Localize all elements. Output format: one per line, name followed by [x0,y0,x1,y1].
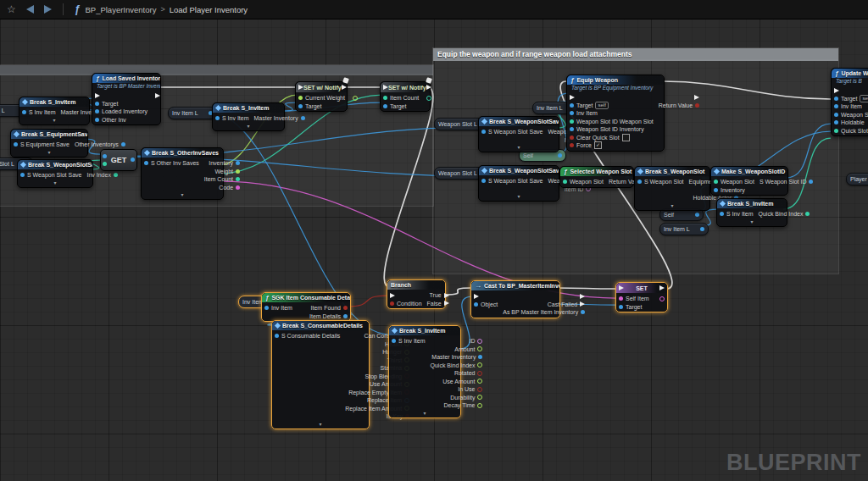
inventory-pin[interactable] [714,188,718,192]
target-pin[interactable] [383,104,387,108]
break-invitem-2[interactable]: Break S_InvItemS Inv ItemMaster Inventor… [212,102,285,131]
back-arrow-icon[interactable] [26,5,34,14]
get-output-pin[interactable] [131,158,135,162]
break-weaponslot-header[interactable]: Break S_WeaponSlot [635,167,709,176]
branch[interactable]: BranchConditionTrueFalse [387,279,446,309]
pill-self-1-output-pin[interactable] [558,153,562,158]
pin-pin[interactable] [353,96,358,101]
break-invitem-1-expander[interactable]: ▾ [19,118,89,124]
exec-out-pin[interactable] [342,85,347,90]
self-item-pin[interactable] [619,296,623,301]
quick-bind-index-pin[interactable] [477,362,482,368]
s-weapon-slot-save-pin[interactable] [481,179,486,183]
code-pin[interactable] [236,185,240,190]
set-selfitem-header[interactable]: SET [616,283,667,293]
other-inventorys-pin[interactable] [121,142,125,147]
break-wss-1-expander[interactable]: ▾ [479,145,559,152]
s-consumable-details-pin[interactable] [275,334,279,338]
in-use-pin[interactable] [477,387,482,392]
master-inventory-pin[interactable] [478,355,482,359]
pin-pin[interactable] [474,294,479,299]
set-notify-count[interactable]: SET w/ NotifyItem CountTarget [380,81,431,112]
break-weaponslotsave-left[interactable]: Break S_WeaponSlotSaveS Weapon Slot Save… [17,159,93,188]
selected-weapon-slot[interactable]: ƒSelected Weapon SlotWeapon SlotReturn V… [559,166,634,188]
weapon-slot-pin[interactable] [714,180,718,184]
force-checkbox[interactable]: ✓ [594,141,602,149]
self-reference-chip[interactable]: self [860,95,868,102]
item-details-pin[interactable] [343,314,348,318]
equip-weapon[interactable]: ƒEquip WeaponTarget is BP Equipment Inve… [566,75,665,152]
break-invitem-4[interactable]: Break S_InvItemS Inv ItemIDAmountMaster … [388,325,461,418]
sgk-consumable[interactable]: ƒSGK Item Consumable DetailsInv ItemItem… [261,292,351,322]
s-inv-item-pin[interactable] [215,116,220,120]
target-pin[interactable] [834,97,838,101]
s-weapon-slot-pin[interactable] [637,180,642,184]
selected-weapon-slot-header[interactable]: ƒSelected Weapon Slot [560,167,633,176]
weapon-slot-id-inventory-pin[interactable] [570,127,574,131]
break-invitem-3-expander[interactable]: ▾ [717,219,787,226]
break-otherinvsaves[interactable]: Break S_OtherInvSavesS Other Inv SavesIn… [141,147,224,200]
s-inv-item-pin[interactable] [720,212,724,216]
s-other-inv-saves-pin[interactable] [144,161,148,165]
weapon-slot-pin[interactable] [563,180,567,184]
exec-in-pin[interactable] [619,285,624,290]
clear-quick-slot-pin[interactable] [570,135,574,140]
break-otherinvsaves-expander[interactable]: ▾ [142,192,223,199]
inventory-pin[interactable] [236,161,240,165]
break-invitem-4-expander[interactable]: ▾ [389,411,460,417]
true-pin[interactable] [444,293,449,298]
update-weapon-header[interactable]: ƒUpdate Wea [832,69,868,78]
set-notify-weight[interactable]: SET w/ NotifyCurrent WeightTarget [295,81,348,112]
break-invitem-3[interactable]: Break S_InvItemS Inv ItemQuick Bind Inde… [716,198,787,227]
break-weaponslotsave-left-header[interactable]: Break S_WeaponSlotSave [18,160,92,169]
load-saved-inventory-header[interactable]: ƒLoad Saved Inventory [92,74,160,83]
make-weaponslotid-header[interactable]: Make S_WeaponSlotID [711,167,787,176]
self-reference-chip[interactable]: self [595,102,608,109]
break-invitem-4-header[interactable]: Break S_InvItem [389,326,460,335]
quick-slot-pin[interactable] [834,129,838,133]
condition-pin[interactable] [390,301,394,306]
update-weapon[interactable]: ƒUpdate WeaTarget is BTargetselfInv Item… [831,68,868,136]
break-wss-1-header[interactable]: Break S_WeaponSlotSave [479,117,559,126]
quick-bind-index-pin[interactable] [805,212,810,216]
pill-invitem-c-output-pin[interactable] [700,227,704,231]
break-weaponslot-expander[interactable]: ▾ [635,203,709,210]
sgk-consumable-header[interactable]: ƒSGK Item Consumable Details [262,293,350,302]
break-wss-2[interactable]: Break S_WeaponSlotSaveS Weapon Slot Save… [478,165,559,202]
break-equipmentsave-header[interactable]: Break S_EquipmentSave [11,130,87,139]
pin-pin[interactable] [426,96,431,101]
set-notify-weight-header[interactable]: SET w/ Notify [296,82,347,92]
break-equipmentsave-expander[interactable]: ▾ [11,150,87,157]
break-weaponslot[interactable]: Break S_WeaponSlotS Weapon SlotEquipment… [634,166,710,211]
weapon-slot-id-weapon-slot-pin[interactable] [570,119,574,124]
cast-master-inventory-header[interactable]: →Cast To BP_MasterItemInventory [471,281,559,290]
break-consumabledetails[interactable]: Break S_ConsumableDetailsS Consumable De… [271,320,370,429]
target-pin[interactable] [95,102,99,106]
load-saved-inventory[interactable]: ƒLoad Saved InventoryTarget is BP Master… [92,73,161,125]
breadcrumb-blueprint[interactable]: BP_PlayerInventory [85,5,156,14]
weight-pin[interactable] [236,169,240,174]
break-invitem-2-expander[interactable]: ▾ [213,124,284,130]
break-consumabledetails-expander[interactable]: ▾ [272,422,369,428]
s-inv-item-pin[interactable] [22,110,26,114]
s-weapon-slot-save-pin[interactable] [20,173,25,177]
other-inv-pin[interactable] [95,118,99,122]
item-count-pin[interactable] [383,96,387,100]
pill-invitem-c[interactable]: Inv Item L [659,223,709,235]
inv-item-pin[interactable] [834,104,838,108]
break-otherinvsaves-header[interactable]: Break S_OtherInvSaves [142,148,223,158]
pin-pin[interactable] [834,88,839,93]
break-invitem-2-header[interactable]: Break S_InvItem [213,103,284,113]
break-wss-1[interactable]: Break S_WeaponSlotSaveS Weapon Slot Save… [478,116,559,152]
set-notify-count-header[interactable]: SET w/ Notify [381,82,430,92]
break-invitem-1[interactable]: Break S_InvItemS Inv ItemMaster Inventor… [19,97,90,125]
pin-pin[interactable] [95,93,100,98]
get[interactable]: GET [100,149,137,171]
current-weight-pin[interactable] [298,96,303,100]
target-pin[interactable] [298,104,303,108]
s-equipment-save-pin[interactable] [14,142,18,147]
master-inventory-pin[interactable] [301,116,305,120]
force-pin[interactable] [570,143,574,147]
inv-item-pin[interactable] [570,111,574,115]
durability-pin[interactable] [477,395,482,400]
